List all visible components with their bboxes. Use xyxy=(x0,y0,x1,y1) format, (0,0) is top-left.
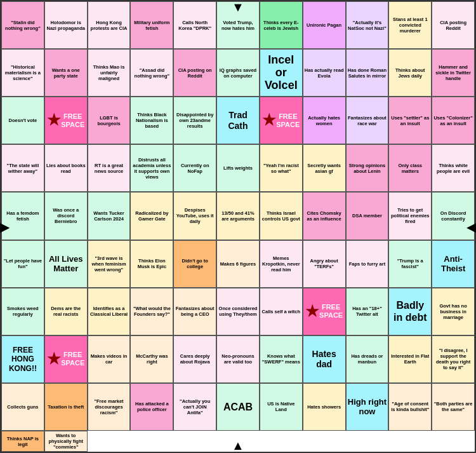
cell-text: "The state will wither away" xyxy=(3,163,43,174)
cell-69: "What would the Founders say?" xyxy=(130,288,173,335)
cell-text: Disappointed by own 23andme results xyxy=(175,112,215,129)
cell-text: Wants to physically fight "commies" xyxy=(46,433,86,450)
cell-54: On Discord constantly xyxy=(432,192,475,240)
cell-20: Thinks about Jews daily xyxy=(388,49,432,97)
cell-60: Makes 6 figures xyxy=(216,240,260,288)
cell-text: DSA member xyxy=(352,213,382,219)
cell-74: Has an "18+" Twitter alt xyxy=(346,288,389,335)
cell-72: Calls self a witch xyxy=(260,288,303,335)
cell-text: Collects guns xyxy=(7,404,38,410)
cell-text: Was once a discord Berniebro xyxy=(46,207,86,224)
cell-text: Has an "18+" Twitter alt xyxy=(348,306,387,317)
cell-text: Govt has no business in marriage xyxy=(433,303,473,320)
cell-text: Thinks Black Nationalism is based xyxy=(132,112,171,129)
cell-93: ACAB xyxy=(216,383,260,431)
star-icon: ★ xyxy=(262,111,276,130)
cell-67: Dems are the real racists xyxy=(44,288,88,335)
cell-87: "I disagree, I support the death you rig… xyxy=(432,335,475,383)
cell-71: Once considered using They/them xyxy=(216,288,260,335)
cell-81: Cares deeply about Rojava xyxy=(173,335,216,383)
cell-75: Badly in debt xyxy=(388,288,432,335)
cell-4: Calls North Korea "DPRK" xyxy=(173,1,216,49)
cell-text: Thinks every E-celeb is Jewish xyxy=(261,20,301,31)
cell-text: Only class matters xyxy=(390,163,430,174)
star-icon: ★ xyxy=(47,350,61,368)
cell-86: Interested in Flat Earth xyxy=(388,335,432,383)
cell-35: RT is a great news source xyxy=(88,144,131,192)
cell-text: Hammer and sickle in Twitter handle xyxy=(433,64,473,81)
cell-96: High right now xyxy=(346,383,389,431)
cell-1: Holodomor is Nazi propaganda xyxy=(44,1,88,49)
cell-text: Has actually read Evola xyxy=(305,67,344,79)
cell-text: CIA posting Reddit xyxy=(433,20,473,31)
cell-text: Smokes weed regularly xyxy=(3,306,43,317)
cell-text: Badly in debt xyxy=(390,299,430,323)
cell-text: Has a femdom fetish xyxy=(3,210,43,222)
cell-34: Lies about books read xyxy=(44,144,88,192)
cell-text: "I disagree, I support the death you rig… xyxy=(433,348,473,370)
cell-6: Thinks every E-celeb is Jewish xyxy=(260,1,303,49)
cell-10: CIA posting Reddit xyxy=(432,1,475,49)
cell-29: Actually hates women xyxy=(303,97,346,144)
cell-91: Has attacked a police officer xyxy=(130,383,173,431)
cell-text: Currently on NoFap xyxy=(175,163,215,174)
cell-32: Uses "Colonizer" as an insult xyxy=(432,97,475,144)
cell-58: Thinks Elon Musk is Epic xyxy=(130,240,173,288)
cell-13: Thinks Mao is unfairly maligned xyxy=(88,49,131,97)
cell-text: Unironic Pagan xyxy=(307,22,341,28)
cell-51: Cites Chomsky as an influence xyxy=(303,192,346,240)
cell-30: Fantasizes about race war xyxy=(346,97,389,144)
cell-text: Has attacked a police officer xyxy=(132,401,171,412)
cell-12: Wants a one party state xyxy=(44,49,88,97)
cell-text: Fantasizes about race war xyxy=(348,115,387,126)
cell-text: Fantasizes about being a CEO xyxy=(175,306,215,317)
cell-text: Hates dad xyxy=(305,349,344,370)
cell-text: Wants a one party state xyxy=(46,67,86,79)
cell-text: Makes videos in car xyxy=(89,353,129,365)
cell-0: "Stalin did nothing wrong" xyxy=(1,1,44,49)
cell-62: Angry about "TERFs" xyxy=(303,240,346,288)
bingo-container: "Stalin did nothing wrong"Holodomor is N… xyxy=(0,0,476,453)
cell-text: High right now xyxy=(348,397,387,417)
cell-37: Currently on NoFap xyxy=(173,144,216,192)
cell-text: RT is a great news source xyxy=(89,163,129,174)
cell-text: Military uniform fetish xyxy=(132,20,171,31)
cell-92: "Actually you can't JOIN Antifa" xyxy=(173,383,216,431)
cell-text: "What would the Founders say?" xyxy=(132,306,171,317)
cell-25: Thinks Black Nationalism is based xyxy=(130,97,173,144)
cell-text: Secretly wants asian gf xyxy=(305,163,344,174)
cell-text: "Let people have fun" xyxy=(3,258,43,269)
cell-text: Has dreads or manbun xyxy=(348,353,387,365)
cell-59: Didn't go to college xyxy=(173,240,216,288)
cell-text: "Age of consent is kinda bullshit" xyxy=(390,401,430,412)
cell-44: Has a femdom fetish xyxy=(1,192,44,240)
cell-95: Hates showers xyxy=(303,383,346,431)
cell-text: "Actually it's NatSoc not Nazi" xyxy=(348,20,387,31)
cell-65: Anti-Theist xyxy=(432,240,475,288)
cell-text: Doesn't vote xyxy=(9,118,37,123)
cell-text: Neo-pronouns are valid too xyxy=(218,353,258,365)
cell-text: US is Native Land xyxy=(261,401,301,412)
cell-text: Identifies as a Classical Liberal xyxy=(89,306,129,317)
cell-text: Distrusts all academia unless it support… xyxy=(132,157,171,180)
cell-text: Calls self a witch xyxy=(262,309,300,314)
cell-73: ★FREESPACE xyxy=(303,288,346,335)
cell-text: CIA posting on Reddit xyxy=(175,67,215,79)
cell-text: Memes Kropotkin, never read him xyxy=(261,255,301,273)
cell-text: Hong Kong protests are CIA xyxy=(89,20,129,31)
cell-89: Taxation is theft xyxy=(44,383,88,431)
cell-38: Lifts weights xyxy=(216,144,260,192)
cell-31: Uses "settler" as an insult xyxy=(388,97,432,144)
cell-64: "Trump is a fascist" xyxy=(388,240,432,288)
cell-11: "Historical materialism is a science" xyxy=(1,49,44,97)
cell-45: Was once a discord Berniebro xyxy=(44,192,88,240)
cell-text: Knows what "SWERF" means xyxy=(261,353,301,365)
cell-70: Fantasizes about being a CEO xyxy=(173,288,216,335)
cell-text: Cares deeply about Rojava xyxy=(175,353,215,365)
cell-text: Faps to furry art xyxy=(349,261,386,267)
cell-text: Hates showers xyxy=(307,404,341,410)
cell-text: Interested in Flat Earth xyxy=(390,353,430,365)
cell-41: Strong opinions about Lenin xyxy=(346,144,389,192)
cell-33: "The state will wither away" xyxy=(1,144,44,192)
cell-99: Thinks NAP is legit xyxy=(1,431,44,452)
